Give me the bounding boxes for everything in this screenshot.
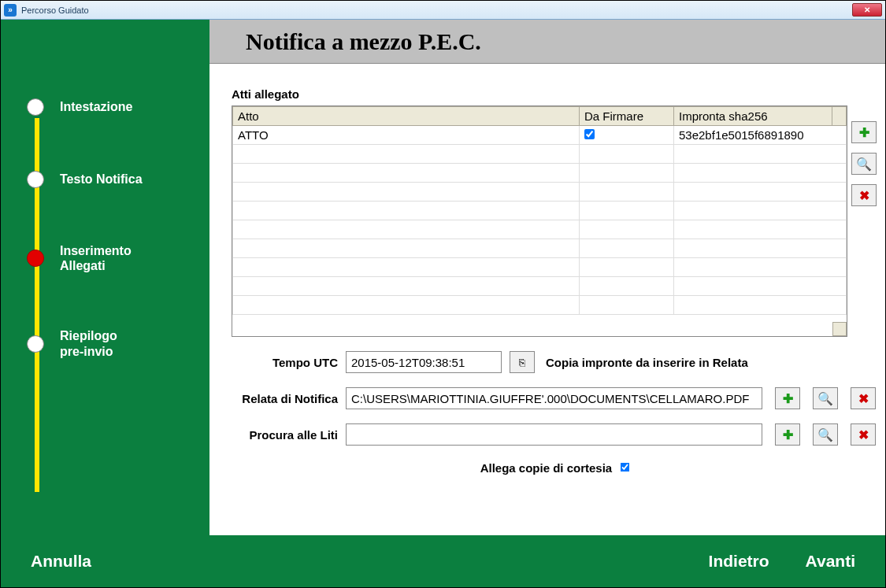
wizard-step-testo-notifica[interactable]: Testo Notifica <box>1 171 209 188</box>
magnifier-icon: 🔍 <box>856 157 872 172</box>
magnifier-icon: 🔍 <box>817 391 833 406</box>
table-row-empty <box>233 277 847 296</box>
col-impronta[interactable]: Impronta sha256 <box>674 107 832 126</box>
x-icon: ✖ <box>858 391 869 406</box>
copy-impronte-button[interactable]: ⎘ <box>510 351 535 373</box>
window-titlebar: » Percorso Guidato ✕ <box>1 1 885 20</box>
wizard-step-intestazione[interactable]: Intestazione <box>1 98 209 116</box>
cancel-button[interactable]: Annulla <box>31 552 91 571</box>
table-row-empty <box>233 220 847 239</box>
wizard-step-riepilogo[interactable]: Riepilogo pre-invio <box>1 328 209 358</box>
col-atto[interactable]: Atto <box>233 107 580 126</box>
view-attachment-button[interactable]: 🔍 <box>851 153 877 175</box>
table-row-empty <box>233 296 847 315</box>
table-row-empty <box>233 202 847 220</box>
label-procura: Procura alle Liti <box>232 428 346 442</box>
plus-icon: ✚ <box>783 391 793 406</box>
page-title: Notifica a mezzo P.E.C. <box>209 20 885 64</box>
window-title: Percorso Guidato <box>21 6 852 15</box>
attachments-title: Atti allegato <box>232 87 879 101</box>
add-procura-button[interactable]: ✚ <box>775 423 800 446</box>
table-scroll-up[interactable] <box>832 107 847 126</box>
step-label: Inserimento Allegati <box>60 243 132 273</box>
copy-icon: ⎘ <box>519 357 525 368</box>
table-scroll-down[interactable] <box>832 322 847 336</box>
add-attachment-button[interactable]: ✚ <box>851 121 877 143</box>
back-button[interactable]: Indietro <box>709 552 769 571</box>
view-relata-button[interactable]: 🔍 <box>813 387 838 409</box>
x-icon: ✖ <box>859 188 869 203</box>
delete-attachment-button[interactable]: ✖ <box>851 184 877 206</box>
step-dot <box>27 98 44 116</box>
table-row-empty <box>233 145 847 164</box>
delete-relata-button[interactable]: ✖ <box>851 387 876 409</box>
step-label: Testo Notifica <box>60 172 143 187</box>
cortesia-row: Allega copie di cortesia <box>232 461 879 475</box>
input-procura-path[interactable] <box>346 423 762 446</box>
delete-procura-button[interactable]: ✖ <box>851 423 876 446</box>
checkbox-cortesia[interactable] <box>621 463 630 472</box>
cell-impronta: 53e2bf1e5015f6891890 <box>674 126 847 145</box>
magnifier-icon: 🔍 <box>817 427 833 442</box>
plus-icon: ✚ <box>783 427 793 442</box>
label-tempo-utc: Tempo UTC <box>232 356 346 369</box>
wizard-footer: Annulla Indietro Avanti <box>1 535 885 587</box>
cell-firmare <box>580 126 674 145</box>
checkbox-da-firmare[interactable] <box>584 129 595 139</box>
next-button[interactable]: Avanti <box>806 552 855 571</box>
step-dot <box>27 171 44 188</box>
cell-atto: ATTO <box>233 126 580 145</box>
plus-icon: ✚ <box>859 125 869 140</box>
col-da-firmare[interactable]: Da Firmare <box>580 107 674 126</box>
wizard-sidebar: Intestazione Testo Notifica Inserimento … <box>1 20 209 535</box>
attachments-table[interactable]: Atto Da Firmare Impronta sha256 ATTO 53e… <box>232 105 847 337</box>
view-procura-button[interactable]: 🔍 <box>813 423 838 446</box>
table-row-empty <box>233 258 847 277</box>
add-relata-button[interactable]: ✚ <box>775 387 800 409</box>
step-dot <box>27 335 44 353</box>
table-row-empty <box>233 183 847 202</box>
table-row-empty <box>233 164 847 183</box>
copy-hint-text: Copia impronte da inserire in Relata <box>546 356 748 369</box>
label-cortesia: Allega copie di cortesia <box>480 461 613 475</box>
step-label: Intestazione <box>60 99 132 114</box>
app-icon: » <box>4 4 17 17</box>
x-icon: ✖ <box>858 427 869 442</box>
wizard-step-inserimento-allegati[interactable]: Inserimento Allegati <box>1 243 209 273</box>
table-row-empty <box>233 239 847 258</box>
close-button[interactable]: ✕ <box>852 3 882 17</box>
input-tempo-utc[interactable] <box>346 351 502 373</box>
step-label: Riepilogo pre-invio <box>60 328 117 358</box>
table-row[interactable]: ATTO 53e2bf1e5015f6891890 <box>233 126 847 145</box>
input-relata-path[interactable] <box>346 387 762 409</box>
label-relata: Relata di Notifica <box>232 392 346 405</box>
step-dot-current <box>27 250 44 267</box>
